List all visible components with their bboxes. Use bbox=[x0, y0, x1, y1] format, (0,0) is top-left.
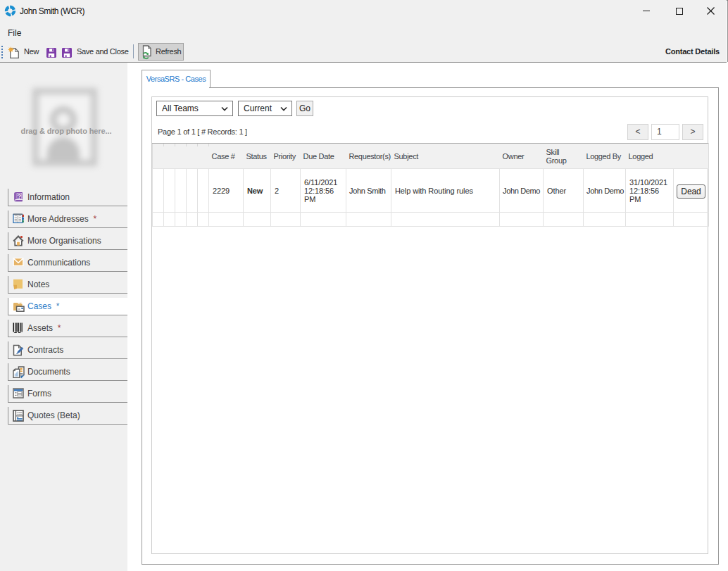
svg-text:?: ? bbox=[17, 192, 21, 200]
